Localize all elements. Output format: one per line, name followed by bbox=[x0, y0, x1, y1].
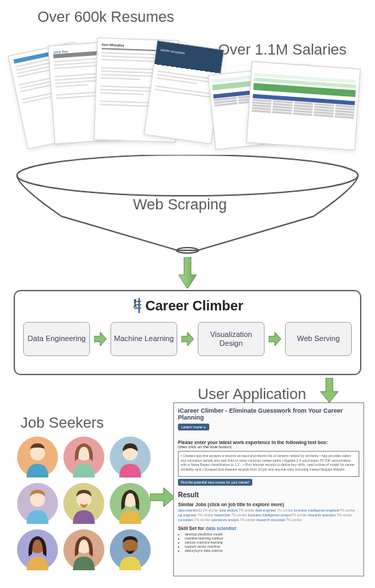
label-web-scraping: Web Scraping bbox=[133, 196, 227, 214]
step-visualization-design: Visualization Design bbox=[198, 322, 265, 356]
arrow-down-icon bbox=[179, 257, 196, 289]
avatar bbox=[17, 529, 58, 570]
skill-item: deploy/sync data science bbox=[185, 548, 359, 553]
learn-more-button[interactable]: Learn more » bbox=[178, 424, 209, 430]
app-title: iCareer Climber - Eliminate Guesswork fr… bbox=[178, 407, 359, 421]
salary-doc bbox=[246, 61, 361, 151]
ladder-icon bbox=[132, 298, 144, 313]
avatar bbox=[110, 529, 151, 570]
avatar bbox=[110, 483, 151, 524]
experience-textarea[interactable]: • Created app that accepts a resume as i… bbox=[178, 451, 359, 477]
arrow-right-icon bbox=[150, 488, 175, 507]
step-machine-learning: Machine Learning bbox=[110, 322, 177, 356]
svg-rect-5 bbox=[134, 308, 141, 309]
job-link[interactable]: research associate bbox=[256, 518, 285, 522]
label-salaries: Over 1.1M Salaries bbox=[218, 41, 346, 59]
job-link[interactable]: consultant bbox=[178, 518, 194, 522]
label-resumes: Over 600k Resumes bbox=[38, 8, 175, 26]
job-link[interactable]: researcher bbox=[214, 513, 230, 517]
avatar bbox=[63, 529, 104, 570]
prompt-text: Please enter your latest work experience… bbox=[178, 440, 359, 445]
job-link[interactable]: research assistant bbox=[308, 513, 336, 517]
svg-rect-2 bbox=[138, 298, 140, 313]
job-seekers-grid bbox=[17, 437, 153, 570]
similar-jobs-heading: Similar Jobs (click on job title to expl… bbox=[178, 502, 359, 507]
step-data-engineering: Data Engineering bbox=[23, 322, 90, 356]
avatar bbox=[63, 437, 104, 477]
salaries-stack bbox=[211, 61, 361, 171]
step-web-serving: Web Serving bbox=[285, 322, 352, 356]
job-link[interactable]: business intelligence analyst bbox=[248, 513, 291, 517]
resumes-stack: Jane Roe Keri Wheatley HENRY GOODMAN bbox=[14, 31, 205, 167]
skills-heading: Skill Set for data scientist bbox=[178, 526, 359, 531]
job-link[interactable]: operations analyst bbox=[211, 518, 239, 522]
avatar bbox=[63, 483, 104, 524]
avatar bbox=[17, 483, 58, 524]
arrow-right-icon bbox=[94, 332, 106, 346]
svg-point-1 bbox=[177, 248, 198, 253]
skills-list: develop predictive model machine learnin… bbox=[185, 532, 359, 553]
job-link[interactable]: data analyst bbox=[220, 508, 238, 512]
hint-text: (then click on the blue button) bbox=[178, 445, 359, 449]
label-user-application: User Application bbox=[198, 385, 306, 403]
label-job-seekers: Job Seekers bbox=[20, 414, 104, 432]
arrow-down-icon bbox=[320, 378, 338, 402]
job-link[interactable]: sql engineer bbox=[178, 513, 196, 517]
avatar bbox=[110, 437, 151, 477]
career-climber-title: Career Climber bbox=[23, 298, 352, 314]
pipeline-steps: Data Engineering Machine Learning Visual… bbox=[23, 322, 352, 356]
arrow-right-icon bbox=[181, 332, 194, 346]
similar-jobs-list: data scientist20.2% similar data analyst… bbox=[178, 508, 359, 523]
submit-button[interactable]: Find the potential next moves for your c… bbox=[178, 479, 252, 486]
job-link[interactable]: data scientist bbox=[178, 508, 198, 512]
arrow-right-icon bbox=[269, 332, 281, 346]
job-link[interactable]: data engineer bbox=[255, 508, 276, 512]
career-climber-module: Career Climber Data Engineering Machine … bbox=[14, 290, 361, 375]
result-heading: Result bbox=[178, 491, 359, 499]
job-link[interactable]: business intelligence engineer bbox=[294, 508, 340, 512]
user-application-panel: iCareer Climber - Eliminate Guesswork fr… bbox=[173, 402, 364, 576]
avatar bbox=[17, 437, 58, 477]
